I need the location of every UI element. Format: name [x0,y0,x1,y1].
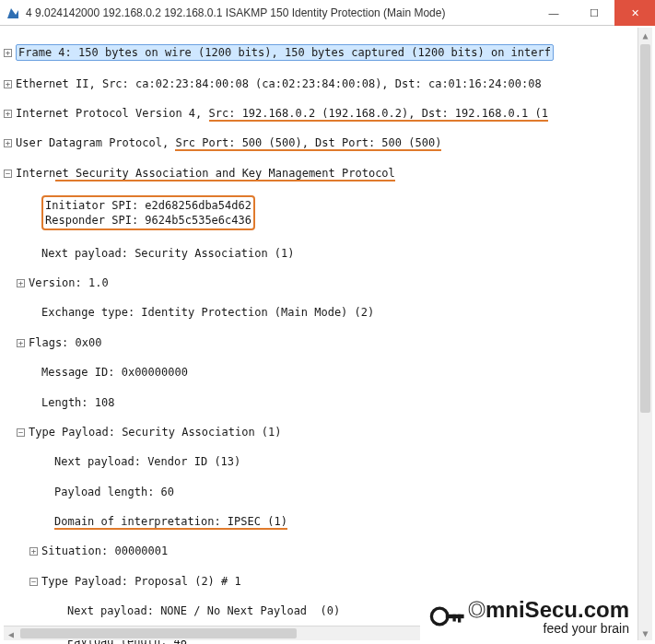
type-proposal-row[interactable]: Type Payload: Proposal (2) # 1 [41,575,241,588]
scroll-down-icon[interactable]: ▼ [638,626,652,640]
isakmp-header-highlight: et Security Association and Key Manageme… [55,167,394,181]
watermark-logo: OmniSecu.com feed your brain [420,591,637,642]
close-button[interactable]: ✕ [614,0,655,26]
flags-row[interactable]: Flags: 0x00 [29,336,101,349]
collapse-icon[interactable]: − [4,170,12,178]
spi-highlight-box: Initiator SPI: e2d68256dba54d62 Responde… [41,195,255,230]
wireshark-icon [6,6,20,20]
minimize-button[interactable]: — [533,0,574,26]
type-sa-row[interactable]: Type Payload: Security Association (1) [29,426,282,439]
exchange-type-row[interactable]: Exchange type: Identity Protection (Main… [41,306,374,319]
version-row[interactable]: Version: 1.0 [29,276,109,289]
expand-icon[interactable]: + [17,339,25,347]
frame-summary-row[interactable]: Frame 4: 150 bytes on wire (1200 bits), … [16,44,554,61]
scroll-thumb-h[interactable] [20,628,297,638]
expand-icon[interactable]: + [4,49,12,57]
logo-subtitle: feed your brain [468,621,629,636]
collapse-icon[interactable]: − [29,578,38,586]
length-row[interactable]: Length: 108 [41,396,114,409]
responder-spi-row[interactable]: Responder SPI: 9624b5c535e6c436 [45,214,251,227]
doi-highlight: Domain of interpretation: IPSEC (1) [54,515,287,530]
ethernet-row[interactable]: Ethernet II, Src: ca:02:23:84:00:08 (ca:… [16,77,542,90]
scroll-thumb-v[interactable] [640,44,650,413]
expand-icon[interactable]: + [4,139,12,147]
ip-row[interactable]: Internet Protocol Version 4, Src: 192.16… [16,107,548,122]
svg-rect-2 [458,615,461,623]
ip-addresses-highlight: Src: 192.168.0.2 (192.168.0.2), Dst: 192… [209,107,548,122]
udp-row[interactable]: User Datagram Protocol, Src Port: 500 (5… [16,136,441,151]
initiator-spi-row[interactable]: Initiator SPI: e2d68256dba54d62 [45,199,251,212]
doi-row[interactable]: Domain of interpretation: IPSEC (1) [54,515,287,528]
collapse-icon[interactable]: − [17,428,25,437]
next-payload-none-row[interactable]: Next payload: NONE / No Next Payload (0) [67,604,340,617]
packet-details-pane[interactable]: +Frame 4: 150 bytes on wire (1200 bits),… [0,26,655,644]
expand-icon[interactable]: + [29,547,38,556]
isakmp-row[interactable]: Internet Security Association and Key Ma… [16,167,395,181]
udp-ports-highlight: Src Port: 500 (500), Dst Port: 500 (500) [175,136,441,151]
next-payload-sa-row[interactable]: Next payload: Security Association (1) [41,247,295,260]
expand-icon[interactable]: + [17,279,25,287]
situation-row[interactable]: Situation: 00000001 [41,544,168,557]
scroll-up-icon[interactable]: ▲ [638,28,652,42]
window-titlebar: 4 9.024142000 192.168.0.2 192.168.0.1 IS… [0,0,655,26]
key-icon [427,596,468,637]
maximize-button[interactable]: ☐ [574,0,614,26]
message-id-row[interactable]: Message ID: 0x00000000 [41,366,188,379]
expand-icon[interactable]: + [4,80,12,88]
next-payload-vid-row[interactable]: Next payload: Vendor ID (13) [54,455,240,468]
payload-len-60-row[interactable]: Payload length: 60 [54,486,174,498]
scroll-left-icon[interactable]: ◀ [4,626,18,641]
expand-icon[interactable]: + [4,110,12,118]
svg-point-0 [432,608,449,625]
window-title: 4 9.024142000 192.168.0.2 192.168.0.1 IS… [26,6,533,19]
logo-text: OmniSecu.com [468,597,629,623]
svg-rect-3 [453,615,456,622]
vertical-scrollbar[interactable]: ▲ ▼ [637,28,652,640]
